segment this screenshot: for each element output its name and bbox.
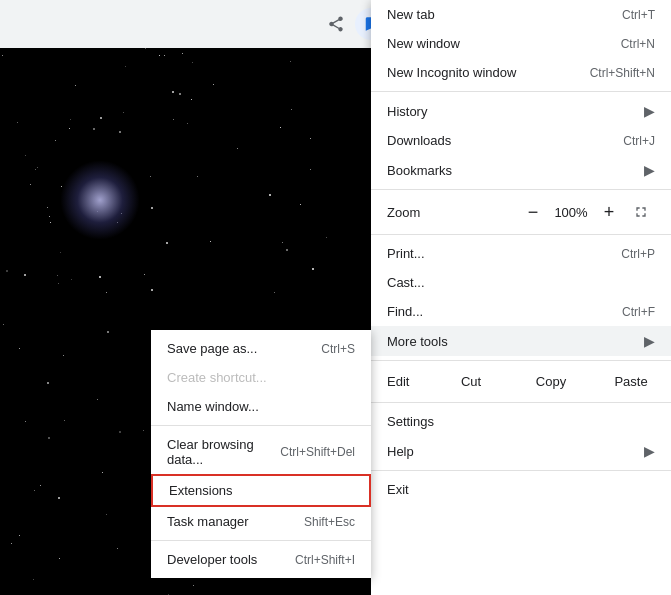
menu-item-new-tab-label: New tab — [387, 7, 435, 22]
menu-item-bookmarks-label: Bookmarks — [387, 163, 452, 178]
menu-item-settings-label: Settings — [387, 414, 434, 429]
submenu-item-save-page-label: Save page as... — [167, 341, 257, 356]
zoom-value-display: 100% — [547, 205, 595, 220]
menu-item-downloads[interactable]: Downloads Ctrl+J — [371, 126, 671, 155]
menu-item-print[interactable]: Print... Ctrl+P — [371, 239, 671, 268]
zoom-out-button[interactable]: − — [519, 198, 547, 226]
menu-item-new-window[interactable]: New window Ctrl+N — [371, 29, 671, 58]
menu-item-history-label: History — [387, 104, 427, 119]
separator-2 — [371, 189, 671, 190]
menu-item-new-window-label: New window — [387, 36, 460, 51]
separator-6 — [371, 470, 671, 471]
menu-item-print-shortcut: Ctrl+P — [597, 247, 655, 261]
submenu-item-clear-browsing-shortcut: Ctrl+Shift+Del — [280, 445, 355, 459]
edit-row: Edit Cut Copy Paste — [371, 365, 671, 398]
main-context-menu: New tab Ctrl+T New window Ctrl+N New Inc… — [371, 0, 671, 595]
menu-item-more-tools[interactable]: More tools ▶ — [371, 326, 671, 356]
help-arrow-icon: ▶ — [644, 443, 655, 459]
more-tools-arrow-icon: ▶ — [644, 333, 655, 349]
zoom-in-button[interactable]: + — [595, 198, 623, 226]
submenu-item-name-window[interactable]: Name window... — [151, 392, 371, 421]
submenu-item-create-shortcut[interactable]: Create shortcut... — [151, 363, 371, 392]
cut-button[interactable]: Cut — [431, 367, 511, 396]
bookmarks-arrow-icon: ▶ — [644, 162, 655, 178]
menu-item-cast[interactable]: Cast... — [371, 268, 671, 297]
zoom-controls: − 100% + — [519, 198, 655, 226]
menu-item-bookmarks[interactable]: Bookmarks ▶ — [371, 155, 671, 185]
menu-item-print-label: Print... — [387, 246, 425, 261]
submenu-item-name-window-label: Name window... — [167, 399, 259, 414]
submenu-item-task-manager-label: Task manager — [167, 514, 249, 529]
zoom-row: Zoom − 100% + — [371, 194, 671, 230]
submenu-item-save-page[interactable]: Save page as... Ctrl+S — [151, 334, 371, 363]
menu-item-exit[interactable]: Exit — [371, 475, 671, 504]
copy-button[interactable]: Copy — [511, 367, 591, 396]
menu-item-find-label: Find... — [387, 304, 423, 319]
submenu-item-clear-browsing[interactable]: Clear browsing data... Ctrl+Shift+Del — [151, 430, 371, 474]
submenu-item-save-page-shortcut: Ctrl+S — [321, 342, 355, 356]
menu-item-incognito-shortcut: Ctrl+Shift+N — [566, 66, 655, 80]
menu-item-new-tab-shortcut: Ctrl+T — [598, 8, 655, 22]
submenu-item-task-manager[interactable]: Task manager Shift+Esc — [151, 507, 371, 536]
submenu-separator-2 — [151, 540, 371, 541]
menu-item-help-label: Help — [387, 444, 414, 459]
menu-item-more-tools-label: More tools — [387, 334, 448, 349]
menu-item-downloads-shortcut: Ctrl+J — [599, 134, 655, 148]
menu-item-downloads-label: Downloads — [387, 133, 451, 148]
menu-item-help[interactable]: Help ▶ — [371, 436, 671, 466]
submenu-separator-1 — [151, 425, 371, 426]
menu-item-new-window-shortcut: Ctrl+N — [597, 37, 655, 51]
menu-item-find[interactable]: Find... Ctrl+F — [371, 297, 671, 326]
submenu-item-task-manager-shortcut: Shift+Esc — [304, 515, 355, 529]
menu-item-incognito-label: New Incognito window — [387, 65, 516, 80]
submenu-item-clear-browsing-label: Clear browsing data... — [167, 437, 280, 467]
separator-4 — [371, 360, 671, 361]
submenu-item-developer-tools-label: Developer tools — [167, 552, 257, 567]
menu-item-find-shortcut: Ctrl+F — [598, 305, 655, 319]
paste-button[interactable]: Paste — [591, 367, 671, 396]
submenu-item-developer-tools[interactable]: Developer tools Ctrl+Shift+I — [151, 545, 371, 574]
edit-label: Edit — [371, 367, 431, 396]
submenu-item-extensions-label: Extensions — [169, 483, 233, 498]
submenu-item-extensions[interactable]: Extensions — [151, 474, 371, 507]
more-tools-submenu: Save page as... Ctrl+S Create shortcut..… — [151, 330, 371, 578]
menu-item-cast-label: Cast... — [387, 275, 425, 290]
zoom-label: Zoom — [387, 205, 437, 220]
separator-5 — [371, 402, 671, 403]
separator-1 — [371, 91, 671, 92]
separator-3 — [371, 234, 671, 235]
submenu-item-developer-tools-shortcut: Ctrl+Shift+I — [295, 553, 355, 567]
menu-item-exit-label: Exit — [387, 482, 409, 497]
submenu-item-create-shortcut-label: Create shortcut... — [167, 370, 267, 385]
history-arrow-icon: ▶ — [644, 103, 655, 119]
zoom-fullscreen-button[interactable] — [627, 198, 655, 226]
menu-item-new-tab[interactable]: New tab Ctrl+T — [371, 0, 671, 29]
menu-item-history[interactable]: History ▶ — [371, 96, 671, 126]
menu-item-settings[interactable]: Settings — [371, 407, 671, 436]
menu-item-incognito[interactable]: New Incognito window Ctrl+Shift+N — [371, 58, 671, 87]
share-icon-button[interactable] — [320, 8, 352, 40]
